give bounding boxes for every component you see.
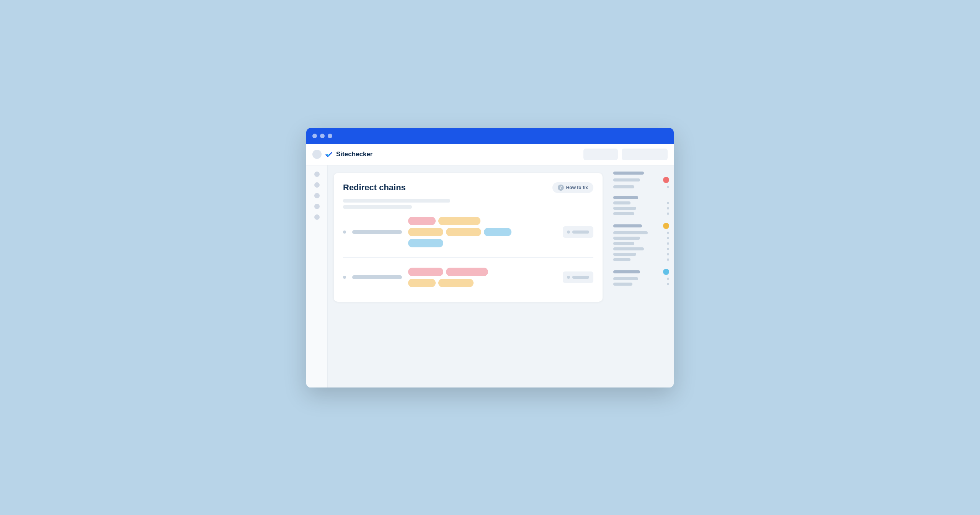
panel-data-bar-2-3	[613, 212, 634, 215]
panel-row-title-4	[613, 269, 669, 275]
tags-area-2	[408, 268, 557, 287]
panel-title-bar-3	[613, 224, 642, 227]
nav-button-2[interactable]	[622, 149, 668, 160]
tag-pink-md-1	[408, 268, 443, 276]
tag-yellow-lg-1	[438, 217, 480, 225]
browser-window: Sitechecker Redirect chains ?	[306, 128, 674, 387]
row-label-1	[352, 230, 402, 234]
desc-bar-2	[343, 205, 412, 209]
sidebar-item-3[interactable]	[314, 193, 320, 198]
nav-bar: Sitechecker	[306, 144, 674, 165]
tag-pink-sm-1	[408, 217, 436, 225]
main-layout: Redirect chains ? How to fix	[306, 165, 674, 387]
card-title: Redirect chains	[343, 183, 406, 193]
panel-dot-3-4	[667, 248, 669, 250]
panel-data-bar-4-1	[613, 277, 638, 280]
tag-yellow-md-1	[408, 228, 443, 236]
row-divider-1	[343, 257, 593, 258]
logo-area: Sitechecker	[312, 150, 372, 159]
row-icon-1	[343, 231, 346, 234]
tag-blue-md-1	[408, 239, 443, 247]
panel-data-bar-3-5	[613, 253, 636, 256]
panel-row-3-6	[613, 258, 669, 261]
panel-row-3-3	[613, 242, 669, 245]
row-action-button-2[interactable]	[563, 271, 593, 283]
logo-icon	[325, 150, 333, 159]
panel-dot-3-1	[667, 232, 669, 234]
tag-blue-sm-1	[484, 228, 511, 236]
panel-data-bar-3-6	[613, 258, 630, 261]
row-icon-2	[343, 276, 346, 279]
panel-data-bar-3-2	[613, 237, 640, 240]
action-btn-bar-1	[572, 231, 589, 234]
panel-data-bar-4-2	[613, 283, 632, 286]
panel-dot-4-2	[667, 283, 669, 285]
panel-row-3-4	[613, 247, 669, 250]
panel-badge-blue	[663, 269, 669, 275]
action-btn-dot-1	[567, 231, 570, 234]
panel-dot-2-2	[667, 207, 669, 209]
panel-row-2-1	[613, 201, 669, 204]
panel-section-2	[613, 196, 669, 215]
tags-row-1-3	[408, 239, 557, 247]
tags-row-1-1	[408, 217, 557, 225]
panel-row-3-2	[613, 237, 669, 240]
question-icon: ?	[558, 185, 564, 191]
nav-right	[583, 149, 668, 160]
panel-dot-3-2	[667, 237, 669, 239]
panel-data-bar-1-2	[613, 185, 634, 188]
panel-row-title-3	[613, 223, 669, 229]
sidebar-item-1[interactable]	[314, 172, 320, 177]
traffic-light-red	[312, 134, 317, 138]
row-label-2	[352, 275, 402, 279]
how-to-fix-button[interactable]: ? How to fix	[552, 182, 593, 193]
sidebar-item-2[interactable]	[314, 182, 320, 188]
tags-row-2-2	[408, 279, 557, 287]
logo-text: Sitechecker	[336, 150, 372, 158]
sidebar-item-4[interactable]	[314, 204, 320, 209]
data-row-2	[343, 262, 593, 293]
panel-data-bar-2-2	[613, 207, 636, 210]
panel-dot-1-2	[667, 186, 669, 188]
panel-section-4	[613, 269, 669, 286]
sidebar	[306, 165, 328, 387]
panel-row-title-1	[613, 172, 669, 175]
panel-dot-2-1	[667, 202, 669, 204]
panel-data-bar-3-3	[613, 242, 634, 245]
panel-data-bar-3-1	[613, 231, 648, 234]
panel-badge-red-1	[663, 177, 669, 183]
panel-dot-3-3	[667, 242, 669, 245]
panel-data-bar-1-1	[613, 178, 640, 181]
panel-section-1	[613, 172, 669, 188]
content-area: Redirect chains ? How to fix	[328, 165, 609, 387]
tag-pink-lg-1	[446, 268, 488, 276]
panel-row-title-2	[613, 196, 669, 199]
nav-circle	[312, 150, 322, 159]
traffic-light-green	[328, 134, 332, 138]
panel-dot-2-3	[667, 213, 669, 215]
panel-row-4-1	[613, 277, 669, 280]
row-action-button-1[interactable]	[563, 226, 593, 238]
panel-row-3-5	[613, 253, 669, 256]
nav-button-1[interactable]	[583, 149, 618, 160]
desc-bar-1	[343, 199, 450, 203]
tag-yellow-sm-1	[408, 279, 436, 287]
action-btn-bar-2	[572, 276, 589, 279]
panel-row-1-2	[613, 185, 669, 188]
panel-data-bar-2-1	[613, 201, 630, 204]
panel-title-bar-4	[613, 270, 640, 273]
panel-title-bar-1	[613, 172, 644, 175]
panel-dot-3-6	[667, 258, 669, 261]
panel-row-2-3	[613, 212, 669, 215]
panel-dot-4-1	[667, 278, 669, 280]
data-row-1	[343, 211, 593, 253]
tags-area-1	[408, 217, 557, 247]
panel-data-bar-3-4	[613, 247, 644, 250]
sidebar-item-5[interactable]	[314, 214, 320, 220]
title-bar	[306, 128, 674, 144]
panel-dot-3-5	[667, 253, 669, 255]
tag-yellow-md-3	[438, 279, 474, 287]
right-panel	[609, 165, 674, 387]
traffic-light-yellow	[320, 134, 325, 138]
panel-row-3-1	[613, 231, 669, 234]
